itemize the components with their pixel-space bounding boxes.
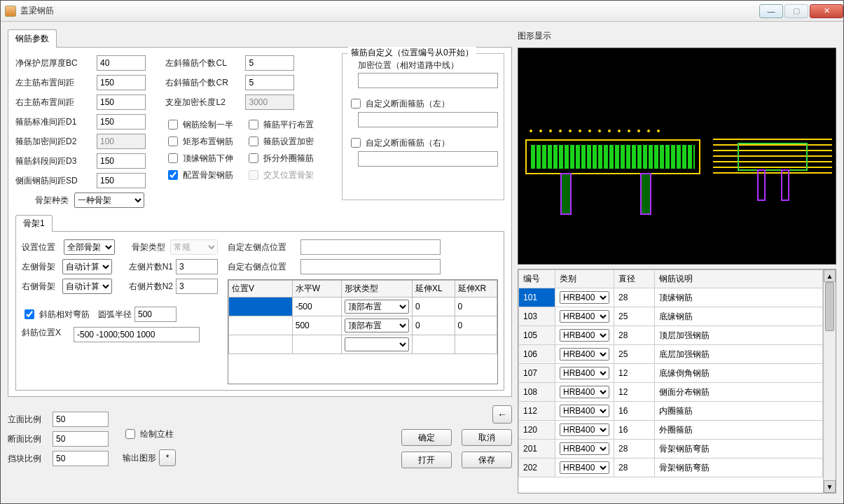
ok-button[interactable]: 确定 <box>401 429 452 446</box>
col-xl[interactable]: 延伸XL <box>413 281 455 298</box>
elev-input[interactable] <box>53 412 109 427</box>
n1-input[interactable] <box>176 259 218 274</box>
col-xr[interactable]: 延伸XR <box>455 281 497 298</box>
custom-right-input[interactable] <box>358 151 498 167</box>
rebar-row[interactable]: 103HRB40025底缘钢筋 <box>519 307 823 326</box>
rebar-desc[interactable]: 底层加强钢筋 <box>655 345 823 364</box>
cl-input[interactable] <box>245 55 294 71</box>
rebar-row[interactable]: 201HRB40028骨架钢筋弯筋 <box>519 440 823 458</box>
rebar-dia[interactable]: 25 <box>614 307 655 326</box>
output-btn[interactable]: * <box>159 449 176 466</box>
rebar-no[interactable]: 101 <box>519 288 555 307</box>
arc-input[interactable] <box>134 307 177 322</box>
rebar-dia[interactable]: 12 <box>614 364 655 383</box>
cb-parallel[interactable]: 箍筋平行布置 <box>246 118 314 132</box>
cb-split[interactable]: 拆分外圈箍筋 <box>246 151 314 165</box>
frame-type-select[interactable]: 一种骨架 <box>74 192 144 208</box>
cancel-button[interactable]: 取消 <box>462 429 512 446</box>
rebar-cat-select[interactable]: HRB400 <box>560 386 609 398</box>
rebar-no[interactable]: 105 <box>519 326 555 345</box>
n2-input[interactable] <box>176 279 218 294</box>
table-scrollbar[interactable]: ▲ ▼ <box>823 270 836 493</box>
lspacing-input[interactable] <box>97 75 146 90</box>
col-w[interactable]: 水平W <box>292 281 342 298</box>
rebar-desc[interactable]: 底缘钢筋 <box>655 307 823 326</box>
rebar-dia[interactable]: 28 <box>614 326 655 345</box>
rebar-cat-select[interactable]: HRB400 <box>560 329 609 342</box>
cb-rect[interactable]: 矩形布置钢筋 <box>165 134 233 148</box>
rebar-desc[interactable]: 底缘倒角钢筋 <box>655 364 823 383</box>
custom-left-pts-input[interactable] <box>300 239 441 255</box>
save-button[interactable]: 保存 <box>462 451 512 468</box>
bc-input[interactable] <box>97 55 146 71</box>
right-frame-select[interactable]: 自动计算 <box>62 279 112 294</box>
frame-row-new[interactable] <box>229 335 497 354</box>
cb-dense[interactable]: 箍筋设置加密 <box>246 134 314 148</box>
rebar-no[interactable]: 107 <box>519 364 555 383</box>
rebar-cat-select[interactable]: HRB400 <box>560 367 609 379</box>
rebar-no[interactable]: 120 <box>519 421 555 440</box>
frame-row-2[interactable]: 500 顶部布置 0 0 <box>229 316 497 335</box>
rebar-desc[interactable]: 顶缘钢筋 <box>655 288 823 307</box>
open-button[interactable]: 打开 <box>401 451 452 468</box>
rebar-cat-select[interactable]: HRB400 <box>560 424 609 436</box>
rebar-no[interactable]: 201 <box>519 440 555 458</box>
minimize-button[interactable]: — <box>759 4 783 18</box>
rebar-desc[interactable]: 内圈箍筋 <box>655 402 823 421</box>
tab-frame1[interactable]: 骨架1 <box>15 215 53 232</box>
rebar-no[interactable]: 108 <box>519 383 555 402</box>
rebar-desc[interactable]: 骨架钢筋弯筋 <box>655 440 823 458</box>
rebar-dia[interactable]: 25 <box>614 345 655 364</box>
rebar-no[interactable]: 103 <box>519 307 555 326</box>
rebar-dia[interactable]: 28 <box>614 440 655 458</box>
col-shape[interactable]: 形状类型 <box>342 281 413 298</box>
scroll-thumb[interactable] <box>825 282 834 331</box>
col-desc[interactable]: 钢筋说明 <box>655 270 823 288</box>
rebar-cat-select[interactable]: HRB400 <box>560 348 609 360</box>
rebar-dia[interactable]: 16 <box>614 402 655 421</box>
rebar-dia[interactable]: 12 <box>614 383 655 402</box>
cb-rel-bend[interactable]: 斜筋相对弯筋 <box>22 307 90 321</box>
graphics-viewer[interactable] <box>518 48 836 265</box>
shape-select-2[interactable]: 顶部布置 <box>345 318 409 332</box>
rebar-no[interactable]: 106 <box>519 345 555 364</box>
col-no[interactable]: 编号 <box>519 270 555 288</box>
rebar-dia[interactable]: 28 <box>614 288 655 307</box>
block-input[interactable] <box>53 451 109 466</box>
cb-custom-left[interactable]: 自定义断面箍筋（左） <box>348 97 498 111</box>
col-dia[interactable]: 直径 <box>614 270 655 288</box>
cb-frame[interactable]: 配置骨架钢筋 <box>165 168 233 182</box>
dense-pos-input[interactable] <box>358 73 498 88</box>
rebar-cat-select[interactable]: HRB400 <box>560 442 609 455</box>
frame-grid[interactable]: 位置V 水平W 形状类型 延伸XL 延伸XR <box>228 279 498 384</box>
cr-input[interactable] <box>245 75 294 90</box>
rebar-row[interactable]: 120HRB40016外圈箍筋 <box>519 421 823 440</box>
d1-input[interactable] <box>97 114 146 130</box>
tab-rebar-params[interactable]: 钢筋参数 <box>8 29 57 48</box>
rebar-dia[interactable]: 16 <box>614 421 655 440</box>
nav-left-button[interactable]: ← <box>492 405 512 424</box>
xpos-input[interactable] <box>74 327 200 342</box>
d3-input[interactable] <box>97 153 146 169</box>
sd-input[interactable] <box>97 173 146 188</box>
rebar-desc[interactable]: 顶层加强钢筋 <box>655 326 823 345</box>
rspacing-input[interactable] <box>97 94 146 110</box>
rebar-cat-select[interactable]: HRB400 <box>560 310 609 323</box>
rebar-desc[interactable]: 侧面分布钢筋 <box>655 383 823 402</box>
col-cat[interactable]: 类别 <box>555 270 614 288</box>
rebar-row[interactable]: 101HRB40028顶缘钢筋 <box>519 288 823 307</box>
cb-top[interactable]: 顶缘钢筋下伸 <box>165 151 233 165</box>
cb-half[interactable]: 钢筋绘制一半 <box>165 118 233 132</box>
custom-right-pts-input[interactable] <box>300 259 441 274</box>
shape-select-1[interactable]: 顶部布置 <box>345 300 409 314</box>
rebar-row[interactable]: 106HRB40025底层加强钢筋 <box>519 345 823 364</box>
rebar-no[interactable]: 112 <box>519 402 555 421</box>
scroll-down-icon[interactable]: ▼ <box>824 480 836 493</box>
custom-left-input[interactable] <box>358 112 498 127</box>
cb-custom-right[interactable]: 自定义断面箍筋（右） <box>348 136 498 150</box>
frame-row-1[interactable]: -500 顶部布置 0 0 <box>229 298 497 316</box>
setpos-select[interactable]: 全部骨架 <box>64 239 115 255</box>
sec-input[interactable] <box>53 431 109 447</box>
rebar-row[interactable]: 107HRB40012底缘倒角钢筋 <box>519 364 823 383</box>
rebar-cat-select[interactable]: HRB400 <box>560 291 609 304</box>
